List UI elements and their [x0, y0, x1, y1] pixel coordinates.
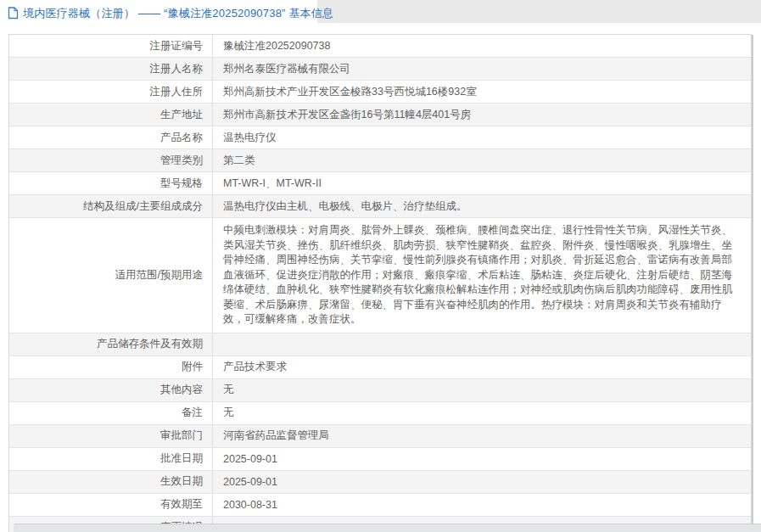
row-value: 无: [213, 402, 751, 424]
footer-band: [14, 524, 761, 532]
row-scope-of-application: 适用范围/预期用途 中频电刺激模块：对肩周炎、肱骨外上髁炎、颈椎病、腰椎间盘突出…: [9, 218, 751, 333]
row-label: 有效期至: [9, 494, 213, 516]
row-registration-number: 注册证编号 豫械注准20252090738: [9, 35, 751, 58]
row-label: 批准日期: [9, 448, 213, 470]
row-model-spec: 型号规格 MT-WR-I、MT-WR-II: [9, 172, 751, 195]
row-other-content: 其他内容 无: [9, 379, 751, 402]
row-valid-until: 有效期至 2030-08-31: [9, 494, 751, 517]
row-value: 2030-08-31: [213, 494, 751, 516]
row-label: 型号规格: [9, 172, 213, 194]
row-value: 郑州高新技术产业开发区金梭路33号西悦城16楼932室: [213, 81, 751, 103]
row-value: 第二类: [213, 149, 751, 171]
row-label: 附件: [9, 356, 213, 378]
row-label: 注册人住所: [9, 81, 213, 103]
row-storage-conditions: 产品储存条件及有效期: [9, 333, 751, 356]
row-attachment: 附件 产品技术要求: [9, 356, 751, 379]
row-remarks: 备注 无: [9, 402, 751, 425]
row-value: 2025-09-01: [213, 448, 751, 470]
row-label: 其他内容: [9, 379, 213, 401]
row-approval-department: 审批部门 河南省药品监督管理局: [9, 425, 751, 448]
row-label: 管理类别: [9, 149, 213, 171]
row-label: 结构及组成/主要组成成分: [9, 195, 213, 217]
row-product-name: 产品名称 温热电疗仪: [9, 126, 751, 149]
row-value: 郑州名泰医疗器械有限公司: [213, 58, 751, 80]
row-value: 2025-09-01: [213, 471, 751, 493]
page-header: 境内医疗器械（注册） —— “豫械注准20252090738” 基本信息: [0, 0, 761, 26]
row-value: 中频电刺激模块：对肩周炎、肱骨外上髁炎、颈椎病、腰椎间盘突出症、退行性骨性关节病…: [213, 218, 751, 333]
row-value: 河南省药品监督管理局: [213, 425, 751, 447]
row-label: 生效日期: [9, 471, 213, 493]
page-title: 境内医疗器械（注册） —— “豫械注准20252090738” 基本信息: [23, 6, 333, 21]
row-management-category: 管理类别 第二类: [9, 149, 751, 172]
row-value: 郑州市高新技术开发区金盏街16号第11幢4层401号房: [213, 104, 751, 126]
row-value: MT-WR-I、MT-WR-II: [213, 172, 751, 194]
row-label: 注册人名称: [9, 58, 213, 80]
row-registrant-name: 注册人名称 郑州名泰医疗器械有限公司: [9, 58, 751, 81]
row-value: [213, 333, 751, 356]
row-label: 审批部门: [9, 425, 213, 447]
row-value: 豫械注准20252090738: [213, 35, 751, 57]
row-value: 无: [213, 379, 751, 401]
row-label: 备注: [9, 402, 213, 424]
row-value: 产品技术要求: [213, 356, 751, 378]
row-label: 适用范围/预期用途: [9, 218, 213, 333]
row-effective-date: 生效日期 2025-09-01: [9, 471, 751, 494]
document-icon: [8, 7, 19, 20]
row-value: 温热电疗仪由主机、电极线、电极片、治疗垫组成。: [213, 195, 751, 217]
header-band: [317, 0, 761, 23]
row-value: 温热电疗仪: [213, 126, 751, 148]
row-registrant-address: 注册人住所 郑州高新技术产业开发区金梭路33号西悦城16楼932室: [9, 81, 751, 104]
row-approval-date: 批准日期 2025-09-01: [9, 448, 751, 471]
row-production-address: 生产地址 郑州市高新技术开发区金盏街16号第11幢4层401号房: [9, 104, 751, 126]
row-label: 注册证编号: [9, 35, 213, 57]
row-label: 产品储存条件及有效期: [9, 333, 213, 356]
registration-table: 注册证编号 豫械注准20252090738 注册人名称 郑州名泰医疗器械有限公司…: [8, 34, 752, 532]
row-label: 产品名称: [9, 126, 213, 148]
row-structure-composition: 结构及组成/主要组成成分 温热电疗仪由主机、电极线、电极片、治疗垫组成。: [9, 195, 751, 218]
row-label: 生产地址: [9, 104, 213, 126]
